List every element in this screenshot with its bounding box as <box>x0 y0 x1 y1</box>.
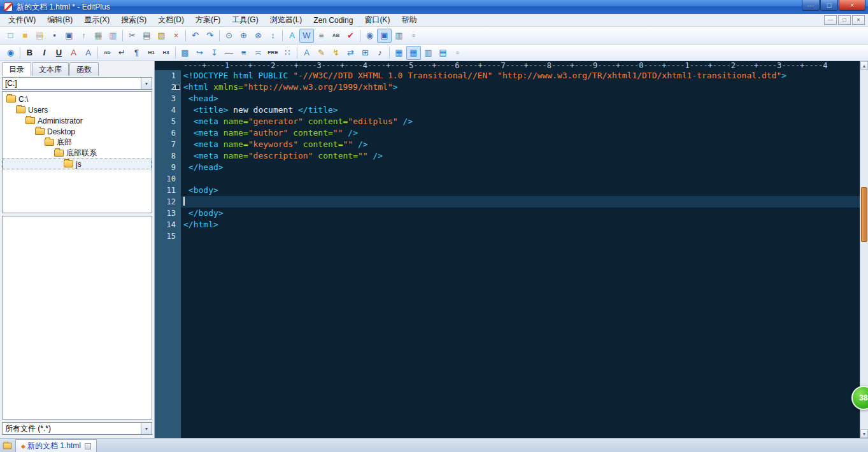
menu-project[interactable]: 方案(F) <box>190 14 226 26</box>
code-line[interactable]: 11 <body> <box>155 185 860 196</box>
code-line[interactable]: 8 <meta name="description" content="" /> <box>155 150 860 162</box>
menu-tools[interactable]: 工具(G) <box>226 14 264 26</box>
sync-button[interactable]: ⇄ <box>343 46 358 60</box>
code-line[interactable]: 15 <box>155 230 860 242</box>
image-button[interactable]: ▩ <box>178 46 192 60</box>
object-button[interactable]: ⊞ <box>358 46 373 60</box>
minimize-button[interactable]: — <box>802 0 820 11</box>
new-window-button[interactable]: ▫ <box>406 29 421 43</box>
code-line[interactable]: 4 <title> new document </title> <box>155 104 860 116</box>
code-line[interactable]: 6 <meta name="author" content="" /> <box>155 127 860 139</box>
mdi-restore-button[interactable]: □ <box>838 15 851 25</box>
heading-1-button[interactable]: H1 <box>144 46 159 60</box>
tree-item[interactable]: Administrator <box>3 115 152 126</box>
vertical-scrollbar[interactable]: ▲ ▼ <box>860 61 868 438</box>
redo-button[interactable]: ↷ <box>203 29 217 43</box>
pre-button[interactable]: PRE <box>266 46 280 60</box>
open-file-button[interactable]: ■ <box>18 29 32 43</box>
print-preview-button[interactable]: ▥ <box>106 29 120 43</box>
scroll-up-button[interactable]: ▲ <box>860 61 868 70</box>
align-center-button[interactable]: ≍ <box>251 46 266 60</box>
line-break-button[interactable]: ↵ <box>115 46 129 60</box>
code-line[interactable]: 2<html xmlns="http://www.w3.org/1999/xht… <box>155 81 860 93</box>
paragraph-button[interactable]: ¶ <box>129 46 144 60</box>
menu-window[interactable]: 窗口(K) <box>359 14 395 26</box>
save-all-button[interactable]: ▣ <box>62 29 76 43</box>
mdi-close-button[interactable]: × <box>852 15 865 25</box>
menu-view[interactable]: 显示(X) <box>78 14 115 26</box>
close-button[interactable]: × <box>839 0 865 11</box>
table-properties-button[interactable]: ▦ <box>406 46 421 60</box>
hyperlink-button[interactable]: ↪ <box>192 46 207 60</box>
split-window-button[interactable]: ▥ <box>392 29 406 43</box>
spell-check-button[interactable]: ✔ <box>343 29 358 43</box>
align-left-button[interactable]: ≡ <box>236 46 251 60</box>
fold-marker-icon[interactable] <box>175 85 180 90</box>
maximize-button[interactable]: □ <box>820 0 838 11</box>
horizontal-rule-button[interactable]: ― <box>222 46 236 60</box>
chevron-down-icon[interactable]: ▼ <box>141 78 152 89</box>
code-line[interactable]: 12 <box>155 196 860 208</box>
special-char-button[interactable]: ♪ <box>373 46 387 60</box>
scrollbar-thumb[interactable] <box>861 187 867 242</box>
tree-item[interactable]: 底部 <box>3 137 152 148</box>
cliptext-button[interactable]: AB <box>329 29 343 43</box>
menu-zen-coding[interactable]: Zen Coding <box>308 14 359 26</box>
word-wrap-button[interactable]: W <box>299 29 314 43</box>
copy-button[interactable]: ▤ <box>139 29 154 43</box>
script-button[interactable]: ↯ <box>329 46 343 60</box>
font-face-button[interactable]: A <box>81 46 96 60</box>
favorites-button[interactable]: ▤ <box>32 29 47 43</box>
chevron-down-icon[interactable]: ▼ <box>141 423 152 434</box>
code-line[interactable]: 5 <meta name="generator" content="editpl… <box>155 116 860 127</box>
menu-file[interactable]: 文件(W) <box>3 14 41 26</box>
tree-item[interactable]: js <box>3 159 152 169</box>
new-file-button[interactable]: □ <box>3 29 18 43</box>
nbsp-button[interactable]: nb <box>100 46 115 60</box>
code-line[interactable]: 1<!DOCTYPE html PUBLIC "-//W3C//DTD XHTM… <box>155 70 860 81</box>
font-color-button[interactable]: A <box>66 46 81 60</box>
browser-button[interactable]: ◉ <box>3 46 18 60</box>
code-line[interactable]: 7 <meta name="keywords" content="" /> <box>155 139 860 150</box>
text-field-button[interactable]: A <box>299 46 314 60</box>
anchor-button[interactable]: ↧ <box>207 46 222 60</box>
tab-directory[interactable]: 目录 <box>2 62 31 76</box>
print-button[interactable]: ▦ <box>91 29 106 43</box>
italic-button[interactable]: I <box>37 46 52 60</box>
tab-cliptext[interactable]: 文本库 <box>32 62 69 76</box>
underline-button[interactable]: U <box>52 46 66 60</box>
drive-select[interactable]: [C:] ▼ <box>2 77 152 90</box>
document-tab[interactable]: ◆ 新的文档 1.html <box>15 439 97 452</box>
view-in-browser-button[interactable]: ◉ <box>362 29 377 43</box>
form-edit-button[interactable]: ✎ <box>314 46 329 60</box>
line-numbers-button[interactable]: ≡ <box>314 29 329 43</box>
menu-help[interactable]: 帮助 <box>395 14 422 26</box>
editor-pane[interactable]: ----+----1----+----2----+----3----+----4… <box>155 61 860 438</box>
title-bar[interactable]: 新的文档 1.html * - EditPlus — □ × <box>0 0 868 14</box>
code-line[interactable]: 9 </head> <box>155 162 860 173</box>
scroll-down-button[interactable]: ▼ <box>860 429 868 438</box>
undo-button[interactable]: ↶ <box>188 29 203 43</box>
code-line[interactable]: 13 </body> <box>155 208 860 219</box>
paste-button[interactable]: ▧ <box>154 29 169 43</box>
menu-browser[interactable]: 浏览器(L) <box>264 14 308 26</box>
menu-search[interactable]: 搜索(S) <box>115 14 152 26</box>
table-cell-button[interactable]: ▫ <box>450 46 465 60</box>
code-line[interactable]: 3 <head> <box>155 93 860 104</box>
replace-button[interactable]: ⊕ <box>236 29 251 43</box>
table-row-button[interactable]: ▥ <box>421 46 436 60</box>
menu-edit[interactable]: 编辑(B) <box>41 14 78 26</box>
file-filter-select[interactable]: 所有文件 (*.*) ▼ <box>2 422 152 435</box>
tree-item[interactable]: Users <box>3 104 152 115</box>
bold-button[interactable]: B <box>22 46 37 60</box>
sort-button[interactable]: ↕ <box>266 29 280 43</box>
file-list-panel[interactable] <box>2 216 152 420</box>
find-in-files-button[interactable]: ⊗ <box>251 29 266 43</box>
menu-document[interactable]: 文档(D) <box>152 14 190 26</box>
tab-functions[interactable]: 函数 <box>69 62 99 76</box>
html-color-picker-button[interactable]: A <box>285 29 299 43</box>
code-line[interactable]: 10 <box>155 173 860 185</box>
tab-list-button[interactable] <box>1 439 15 452</box>
mdi-minimize-button[interactable]: — <box>824 15 837 25</box>
browser-window-button[interactable]: ▣ <box>377 29 392 43</box>
